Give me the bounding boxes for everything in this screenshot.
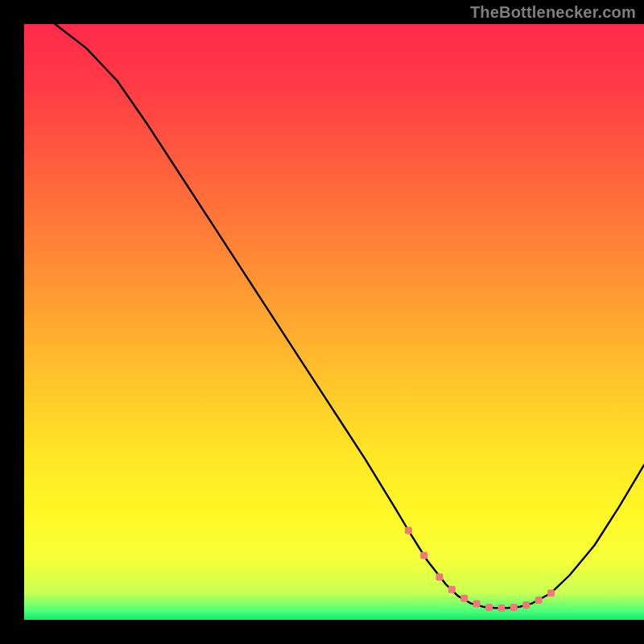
marker-point xyxy=(547,589,555,597)
marker-point xyxy=(510,604,518,611)
marker-point xyxy=(473,601,481,608)
marker-point xyxy=(535,597,543,604)
plot-background xyxy=(24,24,644,620)
marker-point xyxy=(420,552,427,559)
marker-point xyxy=(497,605,505,612)
marker-point xyxy=(436,573,443,580)
marker-point xyxy=(448,586,456,593)
marker-point xyxy=(485,604,493,611)
marker-point xyxy=(522,601,530,609)
bottleneck-chart xyxy=(0,0,644,644)
watermark-text: TheBottlenecker.com xyxy=(470,3,636,22)
chart-container: TheBottlenecker.com xyxy=(0,0,644,644)
marker-point xyxy=(405,527,412,535)
marker-point xyxy=(460,595,468,602)
